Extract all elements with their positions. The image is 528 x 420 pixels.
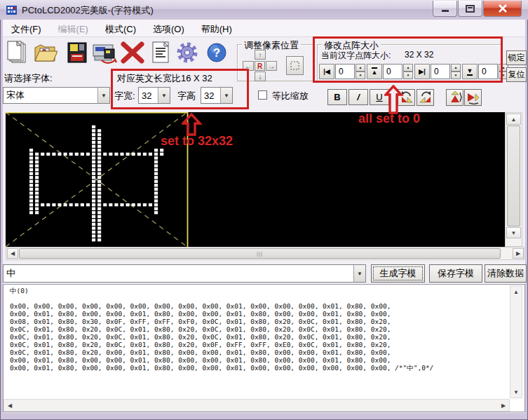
- lcd-pixel[interactable]: [154, 176, 158, 179]
- italic-button[interactable]: /: [348, 89, 368, 105]
- lcd-pixel[interactable]: [149, 203, 152, 206]
- scroll-left-button[interactable]: ◀: [5, 400, 15, 410]
- lcd-pixel[interactable]: [92, 219, 95, 222]
- lcd-pixel[interactable]: [154, 188, 158, 191]
- scrollbar-thumb[interactable]: |||: [19, 248, 501, 259]
- lcd-pixel[interactable]: [35, 184, 39, 187]
- chevron-down-icon[interactable]: ▼: [97, 88, 109, 103]
- lcd-pixel[interactable]: [29, 188, 33, 191]
- close-button[interactable]: [483, 1, 522, 17]
- lcd-pixel[interactable]: [29, 176, 33, 179]
- lcd-pixel[interactable]: [57, 153, 61, 156]
- lcd-pixel[interactable]: [97, 238, 101, 241]
- lcd-pixel[interactable]: [97, 156, 101, 159]
- lcd-pixel[interactable]: [97, 172, 101, 175]
- save-font-button[interactable]: 保存字模: [429, 264, 482, 283]
- lcd-pixel[interactable]: [154, 180, 158, 183]
- lcd-pixel[interactable]: [97, 180, 101, 183]
- lcd-pixel[interactable]: [154, 191, 158, 194]
- lcd-pixel[interactable]: [92, 141, 95, 144]
- lcd-pixel[interactable]: [75, 153, 79, 156]
- lcd-pixel[interactable]: [52, 153, 55, 156]
- help-button[interactable]: ?: [204, 40, 229, 65]
- lcd-pixel[interactable]: [35, 191, 39, 194]
- lcd-horizontal-scrollbar[interactable]: ◀ ||| ▶: [6, 247, 524, 260]
- clear-data-button[interactable]: 清除数据: [485, 264, 527, 283]
- lcd-pixel[interactable]: [109, 203, 112, 206]
- scroll-right-button[interactable]: ▶: [513, 248, 524, 259]
- lcd-pixel[interactable]: [57, 203, 61, 206]
- lcd-pixel[interactable]: [143, 203, 147, 206]
- menu-item-3[interactable]: 选项(O): [144, 20, 193, 37]
- lcd-pixel[interactable]: [97, 184, 101, 187]
- lcd-pixel[interactable]: [35, 176, 39, 179]
- flip-vertical-button[interactable]: [446, 89, 463, 106]
- char-input-combo[interactable]: 中 ▼: [3, 264, 366, 283]
- lcd-pixel[interactable]: [97, 137, 101, 140]
- lcd-pixel[interactable]: [154, 172, 158, 175]
- lcd-pixel[interactable]: [35, 180, 39, 183]
- lcd-pixel[interactable]: [97, 203, 101, 206]
- lcd-pixel[interactable]: [75, 203, 79, 206]
- move-down-button[interactable]: ↓: [255, 72, 266, 81]
- lock-button[interactable]: 锁定: [506, 50, 527, 65]
- lcd-pixel[interactable]: [126, 203, 130, 206]
- lcd-pixel[interactable]: [35, 164, 39, 167]
- lcd-pixel[interactable]: [92, 129, 95, 132]
- scroll-down-button[interactable]: ▼: [506, 227, 521, 238]
- scroll-left-button[interactable]: ◀: [7, 248, 18, 259]
- rotate-right-button[interactable]: [417, 89, 434, 106]
- lcd-pixel[interactable]: [154, 149, 158, 151]
- lcd-vertical-scrollbar[interactable]: ▲ ▼: [505, 112, 522, 247]
- lcd-pixel[interactable]: [35, 161, 39, 163]
- lcd-pixel[interactable]: [97, 176, 101, 179]
- lcd-pixel[interactable]: [92, 215, 95, 218]
- delete-button[interactable]: [120, 40, 145, 65]
- lcd-pixel[interactable]: [92, 153, 95, 156]
- scroll-right-button[interactable]: ▶: [499, 400, 508, 410]
- lcd-pixel[interactable]: [92, 184, 95, 187]
- lcd-pixel[interactable]: [81, 153, 84, 156]
- lcd-pixel[interactable]: [97, 149, 101, 151]
- lcd-pixel[interactable]: [29, 180, 33, 183]
- lcd-pixel[interactable]: [154, 156, 158, 159]
- move-right-button[interactable]: →: [266, 61, 277, 71]
- lcd-pixel[interactable]: [92, 226, 95, 229]
- lcd-pixel[interactable]: [29, 153, 33, 156]
- lcd-pixel[interactable]: [35, 172, 39, 175]
- char-code-button[interactable]: [148, 40, 173, 65]
- lcd-pixel[interactable]: [29, 161, 33, 163]
- lcd-pixel[interactable]: [154, 196, 158, 198]
- lcd-pixel[interactable]: [154, 208, 158, 210]
- lcd-pixel[interactable]: [92, 191, 95, 194]
- lcd-pixel[interactable]: [92, 172, 95, 175]
- lcd-pixel[interactable]: [154, 168, 158, 171]
- lcd-pixel[interactable]: [97, 211, 101, 214]
- lcd-pixel[interactable]: [92, 161, 95, 163]
- lcd-pixel[interactable]: [29, 211, 33, 214]
- lcd-pixel[interactable]: [92, 180, 95, 183]
- lcd-pixel[interactable]: [29, 168, 33, 171]
- lcd-pixel[interactable]: [97, 133, 101, 136]
- lcd-pixel[interactable]: [143, 153, 147, 156]
- lcd-pixel[interactable]: [29, 191, 33, 194]
- lcd-pixel[interactable]: [92, 203, 95, 206]
- lcd-pixel[interactable]: [132, 203, 135, 206]
- lcd-pixel[interactable]: [92, 133, 95, 136]
- lcd-pixel[interactable]: [69, 153, 73, 156]
- reset-position-button[interactable]: R: [255, 61, 265, 71]
- lcd-pixel[interactable]: [92, 223, 95, 226]
- lcd-pixel[interactable]: [160, 149, 163, 151]
- lcd-pixel[interactable]: [92, 234, 95, 237]
- lcd-pixel[interactable]: [92, 149, 95, 151]
- menu-item-2[interactable]: 模式(C): [97, 20, 144, 37]
- lcd-pixel[interactable]: [86, 153, 90, 156]
- lcd-pixel[interactable]: [92, 156, 95, 159]
- lcd-pixel[interactable]: [92, 176, 95, 179]
- lcd-pixel[interactable]: [160, 153, 163, 156]
- lcd-pixel[interactable]: [132, 153, 135, 156]
- title-bar[interactable]: PCtoLCD2002完美版-(字符模式): [0, 0, 528, 20]
- lcd-pixel[interactable]: [109, 153, 112, 156]
- menu-item-0[interactable]: 文件(F): [3, 20, 50, 37]
- lcd-pixel[interactable]: [154, 161, 158, 163]
